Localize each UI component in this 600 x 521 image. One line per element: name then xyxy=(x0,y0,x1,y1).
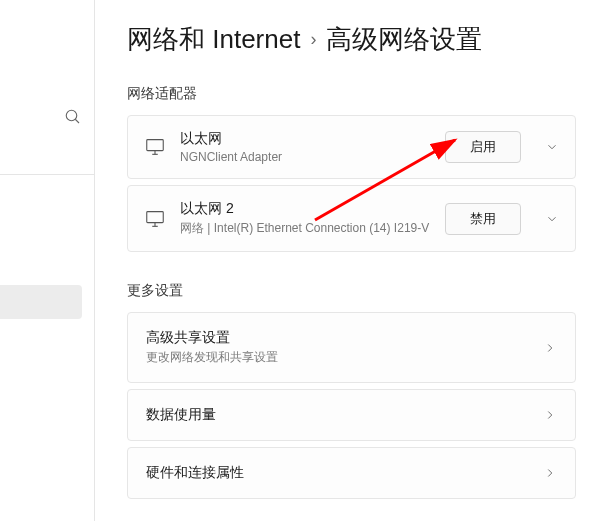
chevron-right-icon xyxy=(543,408,557,422)
svg-line-1 xyxy=(75,119,79,123)
hardware-props-row[interactable]: 硬件和连接属性 xyxy=(127,447,576,499)
search-icon xyxy=(64,108,82,126)
search-button[interactable] xyxy=(64,108,82,130)
adapter-row: 以太网 2 网络 | Intel(R) Ethernet Connection … xyxy=(127,185,576,252)
chevron-right-icon xyxy=(543,341,557,355)
sidebar-divider xyxy=(0,174,94,175)
settings-row-sub: 更改网络发现和共享设置 xyxy=(146,349,278,366)
settings-row-title: 高级共享设置 xyxy=(146,329,278,347)
disable-button[interactable]: 禁用 xyxy=(445,203,521,235)
adapter-desc: NGNClient Adapter xyxy=(180,150,431,164)
breadcrumb: 网络和 Internet › 高级网络设置 xyxy=(127,22,576,57)
adapter-name: 以太网 xyxy=(180,130,431,148)
settings-row-title: 数据使用量 xyxy=(146,406,216,424)
data-usage-row[interactable]: 数据使用量 xyxy=(127,389,576,441)
breadcrumb-current: 高级网络设置 xyxy=(326,22,482,57)
adapters-section-title: 网络适配器 xyxy=(127,85,576,103)
monitor-icon xyxy=(144,208,166,230)
adapter-row: 以太网 NGNClient Adapter 启用 xyxy=(127,115,576,179)
monitor-icon xyxy=(144,136,166,158)
main-content: 网络和 Internet › 高级网络设置 网络适配器 以太网 NGNClien… xyxy=(95,0,600,521)
sidebar xyxy=(0,0,95,521)
more-section-title: 更多设置 xyxy=(127,282,576,300)
advanced-sharing-row[interactable]: 高级共享设置 更改网络发现和共享设置 xyxy=(127,312,576,383)
adapter-name: 以太网 2 xyxy=(180,200,431,218)
svg-rect-5 xyxy=(147,211,164,222)
sidebar-active-item[interactable] xyxy=(0,285,82,319)
svg-point-0 xyxy=(66,110,77,121)
chevron-right-icon xyxy=(543,466,557,480)
breadcrumb-parent[interactable]: 网络和 Internet xyxy=(127,22,300,57)
chevron-down-icon[interactable] xyxy=(545,140,559,154)
svg-rect-2 xyxy=(147,140,164,151)
settings-row-title: 硬件和连接属性 xyxy=(146,464,244,482)
enable-button[interactable]: 启用 xyxy=(445,131,521,163)
chevron-right-icon: › xyxy=(310,29,316,50)
adapter-desc: 网络 | Intel(R) Ethernet Connection (14) I… xyxy=(180,220,431,237)
chevron-down-icon[interactable] xyxy=(545,212,559,226)
